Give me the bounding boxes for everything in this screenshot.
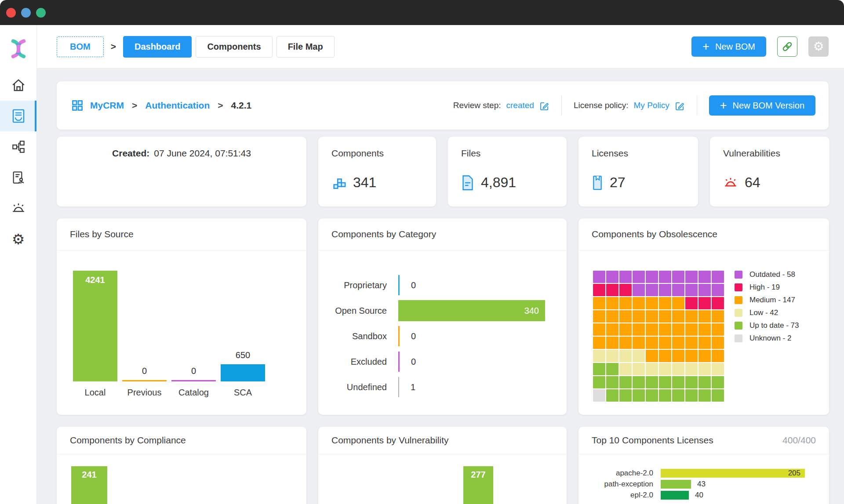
waffle-cell[interactable] [659, 297, 671, 309]
waffle-cell[interactable] [606, 376, 618, 388]
waffle-cell[interactable] [606, 310, 618, 323]
legend-item-unknown[interactable]: Unknown - 2 [735, 334, 799, 342]
waffle-cell[interactable] [712, 389, 724, 402]
waffle-cell[interactable] [619, 389, 632, 402]
waffle-cell[interactable] [633, 350, 645, 362]
waffle-cell[interactable] [606, 323, 618, 336]
waffle-cell[interactable] [593, 323, 605, 336]
maximize-window-button[interactable] [36, 8, 46, 18]
waffle-cell[interactable] [633, 389, 645, 402]
bar-path-exception[interactable] [661, 480, 691, 489]
waffle-cell[interactable] [633, 363, 645, 375]
waffle-cell[interactable] [606, 297, 618, 309]
waffle-cell[interactable] [633, 323, 645, 336]
waffle-cell[interactable] [685, 350, 698, 362]
waffle-cell[interactable] [712, 310, 724, 323]
app-logo[interactable] [9, 34, 28, 64]
waffle-cell[interactable] [593, 297, 605, 309]
breadcrumb-component-link[interactable]: Authentication [145, 100, 210, 111]
waffle-cell[interactable] [659, 323, 671, 336]
axis-tick-sandbox[interactable] [398, 326, 400, 346]
bar-epl-2-0[interactable] [661, 491, 689, 500]
waffle-cell[interactable] [712, 376, 724, 388]
waffle-cell[interactable] [619, 297, 632, 309]
waffle-cell[interactable] [685, 337, 698, 349]
sidebar-item-alerts[interactable] [0, 193, 36, 224]
waffle-cell[interactable] [646, 350, 658, 362]
axis-tick-undefined[interactable] [398, 377, 399, 397]
waffle-cell[interactable] [712, 284, 724, 296]
waffle-cell[interactable] [619, 284, 632, 296]
waffle-cell[interactable] [619, 363, 632, 375]
waffle-cell[interactable] [685, 284, 698, 296]
waffle-cell[interactable] [633, 310, 645, 323]
zero-bar-previous[interactable] [122, 380, 167, 381]
sidebar-item-hierarchy[interactable] [0, 131, 36, 162]
sidebar-item-license-documents[interactable] [0, 162, 36, 193]
legend-item-high[interactable]: High - 19 [735, 283, 799, 291]
waffle-cell[interactable] [672, 297, 684, 309]
waffle-cell[interactable] [659, 350, 671, 362]
waffle-cell[interactable] [646, 363, 658, 375]
waffle-cell[interactable] [619, 350, 632, 362]
waffle-cell[interactable] [619, 323, 632, 336]
waffle-cell[interactable] [698, 297, 711, 309]
legend-item-medium[interactable]: Medium - 147 [735, 296, 799, 304]
waffle-cell[interactable] [672, 350, 684, 362]
waffle-cell[interactable] [593, 284, 605, 296]
waffle-cell[interactable] [698, 310, 711, 323]
waffle-cell[interactable] [619, 376, 632, 388]
minimize-window-button[interactable] [21, 8, 31, 18]
waffle-cell[interactable] [593, 310, 605, 323]
new-bom-version-button[interactable]: + New BOM Version [709, 95, 815, 116]
waffle-cell[interactable] [619, 310, 632, 323]
waffle-cell[interactable] [606, 284, 618, 296]
waffle-cell[interactable] [712, 350, 724, 362]
tab-dashboard[interactable]: Dashboard [123, 36, 192, 58]
waffle-cell[interactable] [685, 323, 698, 336]
bar-local[interactable]: 4241 [73, 271, 117, 381]
bar-components-by-vulnerability[interactable]: 277 [463, 466, 493, 504]
share-link-button[interactable] [777, 36, 797, 57]
waffle-cell[interactable] [593, 363, 605, 375]
settings-button[interactable]: ⚙ [808, 36, 829, 57]
bar-sca[interactable] [221, 364, 265, 381]
edit-review-step-button[interactable] [539, 101, 549, 111]
waffle-cell[interactable] [672, 363, 684, 375]
waffle-cell[interactable] [633, 337, 645, 349]
waffle-cell[interactable] [672, 310, 684, 323]
waffle-cell[interactable] [685, 363, 698, 375]
waffle-cell[interactable] [685, 310, 698, 323]
axis-tick-proprietary[interactable] [398, 275, 400, 295]
waffle-cell[interactable] [685, 389, 698, 402]
waffle-cell[interactable] [712, 363, 724, 375]
waffle-cell[interactable] [633, 284, 645, 296]
waffle-cell[interactable] [646, 337, 658, 349]
review-step-value[interactable]: created [506, 101, 534, 110]
waffle-cell[interactable] [698, 376, 711, 388]
sidebar-item-settings[interactable]: ⚙ [0, 224, 36, 254]
zero-bar-catalog[interactable] [171, 380, 216, 381]
waffle-cell[interactable] [606, 389, 618, 402]
waffle-cell[interactable] [659, 363, 671, 375]
waffle-cell[interactable] [593, 389, 605, 402]
waffle-cell[interactable] [698, 350, 711, 362]
waffle-cell[interactable] [698, 323, 711, 336]
waffle-cell[interactable] [672, 284, 684, 296]
tab-file-map[interactable]: File Map [276, 36, 335, 58]
waffle-cell[interactable] [698, 271, 711, 283]
waffle-cell[interactable] [646, 389, 658, 402]
waffle-cell[interactable] [698, 284, 711, 296]
waffle-cell[interactable] [633, 297, 645, 309]
bar-components-by-compliance[interactable]: 241 [71, 466, 107, 504]
waffle-cell[interactable] [685, 376, 698, 388]
waffle-cell[interactable] [606, 337, 618, 349]
new-bom-button[interactable]: + New BOM [691, 36, 766, 57]
breadcrumb-project-link[interactable]: MyCRM [90, 100, 124, 111]
waffle-cell[interactable] [672, 376, 684, 388]
waffle-cell[interactable] [659, 310, 671, 323]
waffle-cell[interactable] [659, 389, 671, 402]
waffle-cell[interactable] [712, 297, 724, 309]
waffle-cell[interactable] [698, 363, 711, 375]
bom-chip[interactable]: BOM [57, 36, 104, 57]
